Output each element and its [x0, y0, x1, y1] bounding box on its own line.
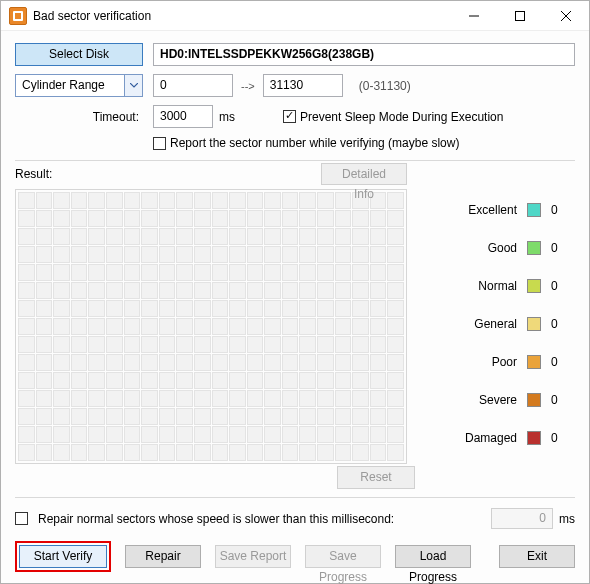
close-button[interactable]	[543, 1, 589, 31]
legend-row: Normal0	[425, 267, 575, 305]
sector-cell	[229, 408, 246, 425]
sector-cell	[176, 282, 193, 299]
sector-cell	[124, 390, 141, 407]
titlebar: Bad sector verification	[1, 1, 589, 31]
range-mode-select[interactable]: Cylinder Range	[15, 74, 143, 97]
sector-cell	[264, 426, 281, 443]
sector-cell	[88, 282, 105, 299]
sector-cell	[370, 372, 387, 389]
sector-cell	[247, 372, 264, 389]
report-sector-row: Report the sector number while verifying…	[15, 136, 575, 150]
prevent-sleep-checkbox[interactable]	[283, 110, 296, 123]
sector-cell	[159, 372, 176, 389]
legend-label: Damaged	[465, 431, 517, 445]
sector-cell	[53, 336, 70, 353]
legend-swatch	[527, 317, 541, 331]
sector-cell	[247, 390, 264, 407]
sector-cell	[247, 408, 264, 425]
sector-cell	[124, 210, 141, 227]
sector-cell	[299, 264, 316, 281]
sector-cell	[159, 264, 176, 281]
sector-cell	[299, 318, 316, 335]
sector-cell	[194, 444, 211, 461]
sector-cell	[159, 408, 176, 425]
legend-row: Severe0	[425, 381, 575, 419]
sector-cell	[36, 390, 53, 407]
sector-cell	[335, 408, 352, 425]
sector-cell	[194, 210, 211, 227]
sector-cell	[88, 426, 105, 443]
reset-button: Reset	[337, 466, 415, 489]
sector-cell	[282, 282, 299, 299]
exit-button[interactable]: Exit	[499, 545, 575, 568]
selected-disk-field[interactable]: HD0:INTELSSDPEKKW256G8(238GB)	[153, 43, 575, 66]
sector-cell	[124, 444, 141, 461]
repair-button[interactable]: Repair	[125, 545, 201, 568]
sector-cell	[317, 372, 334, 389]
sector-cell	[387, 408, 404, 425]
sector-cell	[352, 426, 369, 443]
sector-cell	[299, 210, 316, 227]
save-progress-button: Save Progress	[305, 545, 381, 568]
sector-cell	[229, 444, 246, 461]
sector-cell	[159, 444, 176, 461]
start-verify-button[interactable]: Start Verify	[19, 545, 107, 568]
sector-cell	[194, 282, 211, 299]
sector-cell	[53, 390, 70, 407]
sector-cell	[352, 372, 369, 389]
sector-cell	[194, 354, 211, 371]
sector-cell	[124, 336, 141, 353]
sector-cell	[247, 192, 264, 209]
minimize-button[interactable]	[451, 1, 497, 31]
sector-cell	[299, 336, 316, 353]
sector-cell	[106, 372, 123, 389]
sector-cell	[317, 264, 334, 281]
sector-cell	[71, 336, 88, 353]
sector-cell	[124, 192, 141, 209]
repair-threshold-row: Repair normal sectors whose speed is slo…	[15, 508, 575, 529]
report-sector-checkbox[interactable]	[153, 137, 166, 150]
maximize-button[interactable]	[497, 1, 543, 31]
sector-cell	[299, 426, 316, 443]
sector-cell	[299, 246, 316, 263]
sector-cell	[370, 390, 387, 407]
sector-cell	[229, 426, 246, 443]
repair-threshold-checkbox[interactable]	[15, 512, 28, 525]
content-area: Select Disk HD0:INTELSSDPEKKW256G8(238GB…	[1, 31, 589, 582]
sector-cell	[264, 192, 281, 209]
sector-cell	[212, 318, 229, 335]
timeout-input[interactable]: 3000	[153, 105, 213, 128]
sector-cell	[229, 282, 246, 299]
sector-cell	[370, 354, 387, 371]
load-progress-button[interactable]: Load Progress	[395, 545, 471, 568]
legend-row: General0	[425, 305, 575, 343]
legend-swatch	[527, 203, 541, 217]
sector-cell	[212, 390, 229, 407]
legend-count: 0	[551, 203, 569, 217]
sector-cell	[141, 336, 158, 353]
sector-cell	[264, 336, 281, 353]
sector-cell	[212, 300, 229, 317]
range-hint: (0-31130)	[359, 79, 411, 93]
sector-cell	[335, 300, 352, 317]
legend-label: General	[474, 317, 517, 331]
sector-cell	[212, 282, 229, 299]
sector-cell	[212, 192, 229, 209]
sector-cell	[229, 336, 246, 353]
sector-cell	[335, 282, 352, 299]
sector-cell	[387, 228, 404, 245]
sector-cell	[335, 246, 352, 263]
sector-cell	[53, 354, 70, 371]
sector-cell	[352, 300, 369, 317]
range-row: Cylinder Range 0 --> 31130 (0-31130)	[15, 74, 575, 97]
sector-cell	[106, 336, 123, 353]
sector-cell	[247, 336, 264, 353]
sector-cell	[71, 390, 88, 407]
range-from-input[interactable]: 0	[153, 74, 233, 97]
select-disk-button[interactable]: Select Disk	[15, 43, 143, 66]
sector-cell	[176, 318, 193, 335]
sector-cell	[36, 372, 53, 389]
sector-cell	[176, 336, 193, 353]
sector-cell	[387, 282, 404, 299]
range-to-input[interactable]: 31130	[263, 74, 343, 97]
